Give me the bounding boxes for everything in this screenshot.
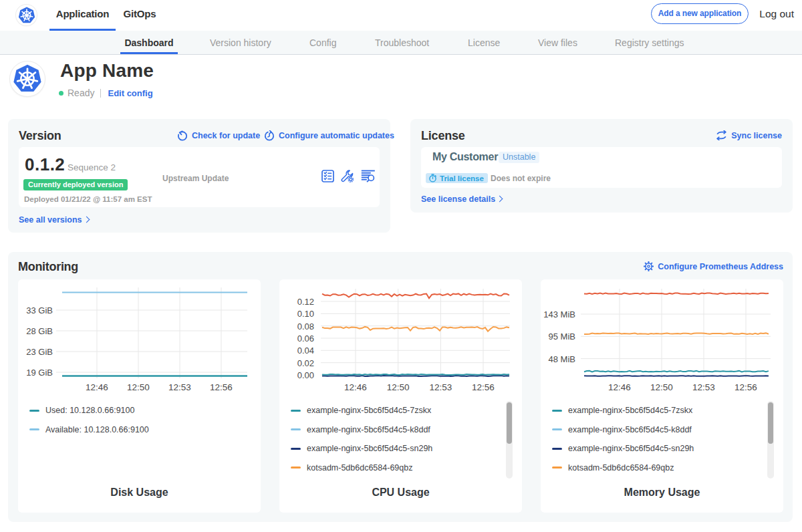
svg-text:28 GiB: 28 GiB bbox=[26, 326, 53, 336]
svg-text:12:50: 12:50 bbox=[650, 382, 673, 392]
svg-text:0.06: 0.06 bbox=[297, 334, 314, 344]
svg-text:12:53: 12:53 bbox=[692, 382, 715, 392]
svg-text:0.12: 0.12 bbox=[297, 297, 314, 307]
svg-text:0.08: 0.08 bbox=[297, 321, 314, 331]
svg-text:48 MiB: 48 MiB bbox=[549, 354, 575, 364]
svg-text:95 MiB: 95 MiB bbox=[549, 331, 575, 342]
svg-text:23 GiB: 23 GiB bbox=[26, 347, 53, 357]
svg-text:12:53: 12:53 bbox=[430, 382, 452, 392]
svg-text:143 MiB: 143 MiB bbox=[543, 309, 575, 319]
svg-text:0.02: 0.02 bbox=[297, 358, 314, 368]
svg-text:12:46: 12:46 bbox=[608, 382, 631, 392]
svg-text:12:46: 12:46 bbox=[86, 382, 108, 392]
svg-text:12:50: 12:50 bbox=[127, 382, 150, 392]
svg-text:0.04: 0.04 bbox=[297, 346, 314, 356]
svg-text:12:56: 12:56 bbox=[210, 382, 233, 392]
svg-text:12:50: 12:50 bbox=[387, 382, 410, 392]
svg-text:12:53: 12:53 bbox=[168, 382, 191, 392]
svg-text:33 GiB: 33 GiB bbox=[26, 305, 53, 315]
svg-text:0.10: 0.10 bbox=[297, 309, 314, 319]
svg-text:12:46: 12:46 bbox=[344, 382, 367, 392]
svg-text:0.00: 0.00 bbox=[297, 370, 314, 380]
svg-text:12:56: 12:56 bbox=[472, 382, 495, 392]
svg-text:19 GiB: 19 GiB bbox=[26, 368, 53, 378]
svg-text:12:56: 12:56 bbox=[734, 382, 757, 392]
